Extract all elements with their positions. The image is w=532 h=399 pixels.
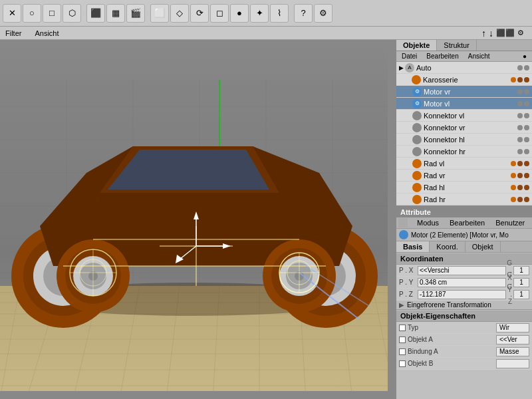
tree-item-motor-vr[interactable]: ⚙ Motor vr xyxy=(396,86,532,98)
dot-kvl1 xyxy=(517,113,523,118)
tree-item-konnektor-hr[interactable]: Konnektor hr xyxy=(396,146,532,158)
toolbar-shape-btn[interactable]: ◻ xyxy=(210,4,229,23)
tree-item-rad-hr[interactable]: Rad hr xyxy=(396,194,532,205)
toolbar-settings-btn[interactable]: ⚙ xyxy=(314,4,332,23)
tree-label-motor-vr: Motor vr xyxy=(424,88,517,96)
tree-item-konnektor-vr[interactable]: Konnektor vr xyxy=(396,122,532,134)
tree-item-konnektor-vl[interactable]: Konnektor vl xyxy=(396,110,532,122)
field-input-py[interactable] xyxy=(418,278,506,287)
attr-menu-modus[interactable]: Modus xyxy=(414,218,442,227)
tree-dots-khl xyxy=(517,137,532,142)
tree-label-auto: Auto xyxy=(416,64,517,72)
toolbar-deform-btn[interactable]: ⌇ xyxy=(270,4,289,23)
field-input-pz[interactable] xyxy=(418,290,506,299)
attribute-panel: Attribute Modus Bearbeiten Benutzer Moto… xyxy=(396,205,532,399)
object-manager: Objekte Struktur Datei Bearbeiten Ansich… xyxy=(396,40,532,205)
tree-item-motor-vl[interactable]: ⚙ Motor vl xyxy=(396,98,532,110)
tree-item-auto[interactable]: ▶ A Auto xyxy=(396,62,532,74)
dot-rhl3 xyxy=(524,185,529,190)
dot-kvr2 xyxy=(524,125,529,130)
tree-item-karosserie[interactable]: ▶ Karosserie xyxy=(396,74,532,86)
checkbox-typ[interactable] xyxy=(399,325,406,331)
tree-icon-rvr xyxy=(412,171,422,180)
tree-dots-mvl xyxy=(517,101,532,106)
nav-up-icon[interactable]: ↑ xyxy=(481,28,486,39)
tree-icon-khl xyxy=(412,135,422,144)
tab-objekte[interactable]: Objekte xyxy=(396,40,437,51)
obj-manager-toolbar: Datei Bearbeiten Ansicht ● xyxy=(396,51,532,62)
toolbar-film-btn[interactable]: 🎬 xyxy=(126,4,145,23)
toolbar-z-btn[interactable]: □ xyxy=(43,4,61,23)
tree-item-rad-vl[interactable]: Rad vl xyxy=(396,158,532,170)
viewport-hscrollbar[interactable] xyxy=(0,391,396,399)
obj-manager-tabs: Objekte Struktur xyxy=(396,40,532,51)
obj-menu-bearbeiten[interactable]: Bearbeiten xyxy=(423,52,462,61)
checkbox-bindA[interactable] xyxy=(399,348,406,355)
tree-dots-auto xyxy=(517,65,532,70)
attr-tabs: Basis Koord. Objekt xyxy=(396,241,532,253)
nav-expand-icon[interactable]: ⬛⬛ xyxy=(496,29,515,37)
nav-down-icon[interactable]: ↓ xyxy=(489,28,493,39)
dot-rhl2 xyxy=(517,185,523,190)
tree-label-rvl: Rad vl xyxy=(424,160,511,168)
tree-item-konnektor-hl[interactable]: Konnektor hl xyxy=(396,134,532,146)
checkbox-objB[interactable] xyxy=(399,360,406,367)
dot-rvl3 xyxy=(524,161,529,166)
toolbar-world-btn[interactable]: ⬡ xyxy=(63,4,81,23)
tree-dots-kvr xyxy=(517,125,532,130)
menu-filter[interactable]: Filter xyxy=(3,29,24,38)
tree-dots-mvr xyxy=(517,89,532,94)
attr-menu-benutzer[interactable]: Benutzer xyxy=(493,218,527,227)
tree-icon-rvl xyxy=(412,159,422,168)
checkbox-objA[interactable] xyxy=(399,336,406,343)
toolbar-help-btn[interactable]: ? xyxy=(294,4,313,23)
3d-viewport[interactable] xyxy=(0,40,396,399)
field-ginput-px[interactable] xyxy=(513,266,529,275)
dot-rvl2 xyxy=(517,161,523,166)
toolbar-object-btn[interactable]: ● xyxy=(230,4,249,23)
toolbar-rotate-btn[interactable]: ⟳ xyxy=(190,4,209,23)
toolbar-y-btn[interactable]: ○ xyxy=(23,4,41,23)
toolbar-cube-btn[interactable]: ⬜ xyxy=(150,4,169,23)
attr-tab-objekt[interactable]: Objekt xyxy=(466,241,501,252)
tab-struktur[interactable]: Struktur xyxy=(437,40,477,51)
menu-ansicht[interactable]: Ansicht xyxy=(32,29,61,38)
viewport-menubar: Filter Ansicht ↑ ↓ ⬛⬛ ⚙ xyxy=(0,27,532,40)
attr-tab-basis[interactable]: Basis xyxy=(396,241,430,252)
attr-tab-koord[interactable]: Koord. xyxy=(430,241,465,252)
dot-rhr2 xyxy=(517,197,523,202)
obj-menu-dot[interactable]: ● xyxy=(519,52,530,61)
tree-label-khl: Konnektor hl xyxy=(424,136,517,144)
obj-props-value-typ: Wir xyxy=(496,323,529,332)
dot-rvr2 xyxy=(517,173,523,178)
obj-props-row-bindA: Bindung A Masse xyxy=(396,346,532,358)
toolbar-x-btn[interactable]: ✕ xyxy=(3,4,21,23)
toolbar-star-btn[interactable]: ✦ xyxy=(250,4,269,23)
dot-rvl1 xyxy=(511,161,516,166)
dot-kvr1 xyxy=(517,125,523,130)
dot-mvr1 xyxy=(517,89,523,94)
tree-item-rad-hl[interactable]: Rad hl xyxy=(396,182,532,194)
tree-expand-auto[interactable]: ▶ xyxy=(399,65,404,71)
dot-khr2 xyxy=(524,149,529,154)
viewport-vscrollbar[interactable] xyxy=(388,40,396,391)
dot-rhr1 xyxy=(511,197,516,202)
obj-menu-ansicht[interactable]: Ansicht xyxy=(465,52,493,61)
attr-menu: Modus Bearbeiten Benutzer xyxy=(396,217,532,229)
field-input-px[interactable] xyxy=(418,266,506,275)
tree-item-rad-vr[interactable]: Rad vr xyxy=(396,170,532,182)
field-ginput-pz[interactable] xyxy=(513,290,529,299)
nav-settings-icon[interactable]: ⚙ xyxy=(517,29,524,37)
dot-khl1 xyxy=(517,137,523,142)
frozen-label: Eingefrorene Transformation xyxy=(407,301,491,309)
attr-menu-bearbeiten[interactable]: Bearbeiten xyxy=(447,218,487,227)
field-ginput-py[interactable] xyxy=(513,278,529,287)
obj-menu-datei[interactable]: Datei xyxy=(398,52,420,61)
dot-mvl2 xyxy=(524,101,529,106)
toolbar-record-btn[interactable]: ⬛ xyxy=(86,4,105,23)
tree-icon-motor-vl: ⚙ xyxy=(412,99,422,108)
toolbar-curve-btn[interactable]: ◇ xyxy=(170,4,189,23)
obj-tree: ▶ A Auto ▶ Karosserie xyxy=(396,62,532,205)
toolbar-table-btn[interactable]: ▦ xyxy=(106,4,125,23)
tree-label-motor-vl: Motor vl xyxy=(424,100,517,108)
